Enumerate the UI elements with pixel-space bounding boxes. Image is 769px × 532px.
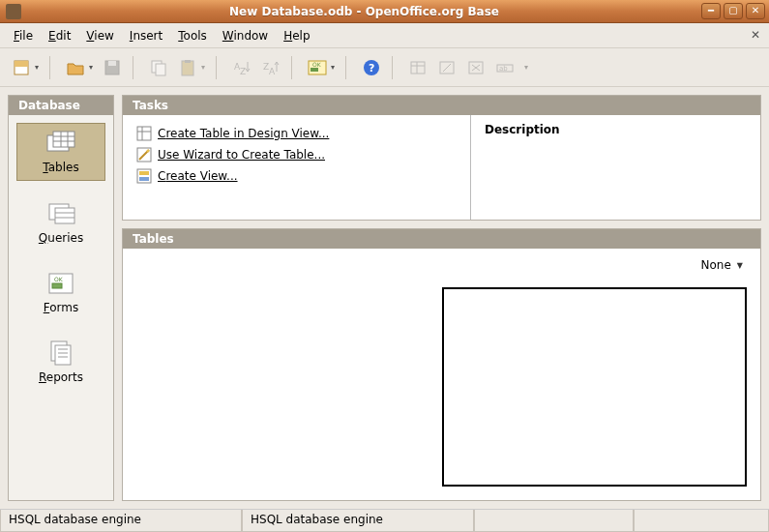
new-button[interactable] bbox=[10, 56, 33, 79]
svg-rect-31 bbox=[55, 208, 74, 223]
menu-help-label: elp bbox=[292, 29, 310, 43]
paste-button[interactable] bbox=[176, 56, 199, 79]
app-icon bbox=[6, 4, 21, 19]
sidebar-item-label: Tables bbox=[43, 161, 78, 174]
svg-text:OK: OK bbox=[312, 61, 322, 68]
reports-icon bbox=[44, 340, 78, 369]
form-dropdown[interactable]: ▾ bbox=[329, 63, 337, 72]
main-area: Database Tables Queries OK Forms bbox=[0, 87, 769, 509]
toolbar-separator bbox=[133, 56, 138, 79]
svg-text:ab: ab bbox=[499, 65, 508, 73]
toolbar-separator bbox=[392, 56, 398, 79]
database-panel-body: Tables Queries OK Forms Reports bbox=[9, 115, 113, 500]
preview-mode-selector[interactable]: None ▼ bbox=[701, 258, 743, 272]
menu-help[interactable]: Help bbox=[276, 26, 317, 45]
task-create-view[interactable]: Create View... bbox=[136, 167, 457, 185]
table-design-button[interactable] bbox=[406, 56, 429, 79]
sidebar-item-label: Reports bbox=[39, 370, 83, 384]
svg-text:A: A bbox=[269, 67, 276, 76]
maximize-button[interactable]: ▢ bbox=[724, 3, 743, 19]
svg-text:Z: Z bbox=[240, 67, 246, 76]
menu-insert[interactable]: Insert bbox=[122, 26, 170, 45]
svg-rect-25 bbox=[53, 132, 74, 147]
svg-rect-49 bbox=[139, 177, 149, 181]
copy-button[interactable] bbox=[147, 56, 170, 79]
tasks-panel: Tasks Create Table in Design View... Use… bbox=[122, 95, 761, 221]
task-description-pane: Description bbox=[470, 115, 760, 220]
svg-rect-6 bbox=[182, 61, 193, 75]
svg-rect-17 bbox=[411, 62, 425, 74]
svg-rect-48 bbox=[139, 171, 149, 175]
database-panel-header: Database bbox=[9, 96, 113, 115]
svg-rect-5 bbox=[156, 64, 165, 75]
sidebar-item-label: Queries bbox=[39, 231, 83, 245]
tasks-panel-header: Tasks bbox=[123, 96, 760, 115]
svg-rect-1 bbox=[15, 61, 28, 67]
edit-button[interactable] bbox=[435, 56, 458, 79]
right-column: Tasks Create Table in Design View... Use… bbox=[122, 95, 761, 501]
menu-window-label: indow bbox=[233, 29, 268, 43]
rename-button[interactable]: ab bbox=[493, 56, 517, 79]
menu-tools[interactable]: Tools bbox=[170, 26, 215, 45]
form-button[interactable]: OK bbox=[306, 56, 329, 79]
queries-icon bbox=[44, 200, 78, 229]
svg-rect-38 bbox=[55, 345, 71, 365]
save-button[interactable] bbox=[101, 56, 124, 79]
preview-box bbox=[442, 287, 747, 487]
status-cell-1: HSQL database engine bbox=[0, 510, 242, 532]
titlebar: New Database.odb - OpenOffice.org Base ━… bbox=[0, 0, 769, 23]
svg-point-46 bbox=[147, 150, 150, 153]
svg-rect-3 bbox=[108, 61, 116, 66]
toolbar-overflow[interactable]: ▾ bbox=[522, 63, 530, 72]
sort-desc-button[interactable]: ZA bbox=[259, 56, 282, 79]
task-create-table-design[interactable]: Create Table in Design View... bbox=[136, 125, 457, 142]
sidebar-item-forms[interactable]: OK Forms bbox=[16, 264, 105, 320]
close-button[interactable]: ✕ bbox=[746, 3, 765, 19]
statusbar: HSQL database engine HSQL database engin… bbox=[0, 509, 769, 532]
minimize-button[interactable]: ━ bbox=[701, 3, 721, 19]
toolbar-separator bbox=[345, 56, 351, 79]
sidebar-item-reports[interactable]: Reports bbox=[16, 334, 105, 390]
new-dropdown[interactable]: ▾ bbox=[33, 63, 41, 72]
menu-window[interactable]: Window bbox=[215, 26, 276, 45]
svg-rect-7 bbox=[185, 60, 191, 63]
dropdown-icon: ▼ bbox=[737, 261, 743, 270]
menu-edit-label: dit bbox=[56, 29, 72, 43]
status-cell-2: HSQL database engine bbox=[242, 510, 474, 532]
toolbar-separator bbox=[291, 56, 297, 79]
sidebar-item-queries[interactable]: Queries bbox=[16, 194, 105, 251]
toolbar-separator bbox=[49, 56, 55, 79]
menu-insert-label: nsert bbox=[133, 29, 163, 43]
menu-edit[interactable]: Edit bbox=[41, 26, 78, 45]
toolbar-separator bbox=[216, 56, 222, 79]
svg-rect-35 bbox=[52, 283, 62, 288]
menu-file-label: ile bbox=[19, 29, 33, 43]
tables-panel: Tables None ▼ bbox=[122, 228, 761, 501]
tables-icon bbox=[44, 130, 78, 159]
sidebar-item-label: Forms bbox=[44, 301, 79, 314]
open-button[interactable] bbox=[64, 56, 87, 79]
open-dropdown[interactable]: ▾ bbox=[87, 63, 95, 72]
sort-asc-button[interactable]: AZ bbox=[230, 56, 253, 79]
svg-rect-42 bbox=[137, 127, 151, 140]
forms-icon: OK bbox=[44, 270, 78, 299]
paste-dropdown[interactable]: ▾ bbox=[199, 63, 207, 72]
wizard-icon bbox=[136, 147, 152, 163]
status-cell-3 bbox=[474, 510, 634, 532]
delete-button[interactable] bbox=[464, 56, 488, 79]
menu-view[interactable]: View bbox=[78, 26, 121, 45]
menu-tools-label: ools bbox=[184, 29, 207, 43]
svg-text:OK: OK bbox=[54, 276, 64, 282]
task-create-table-wizard[interactable]: Use Wizard to Create Table... bbox=[136, 146, 457, 163]
database-panel: Database Tables Queries OK Forms bbox=[8, 95, 114, 501]
window-title: New Database.odb - OpenOffice.org Base bbox=[27, 5, 701, 18]
design-view-icon bbox=[136, 126, 152, 141]
toolbar: ▾ ▾ ▾ AZ ZA OK ▾ ? bbox=[0, 48, 769, 87]
help-button[interactable]: ? bbox=[360, 56, 383, 79]
view-icon bbox=[136, 168, 152, 184]
menu-file[interactable]: File bbox=[6, 26, 41, 45]
sidebar-item-tables[interactable]: Tables bbox=[16, 123, 105, 181]
description-header: Description bbox=[485, 123, 747, 136]
close-document-button[interactable]: ✕ bbox=[748, 28, 763, 44]
menu-view-label: iew bbox=[94, 29, 114, 43]
